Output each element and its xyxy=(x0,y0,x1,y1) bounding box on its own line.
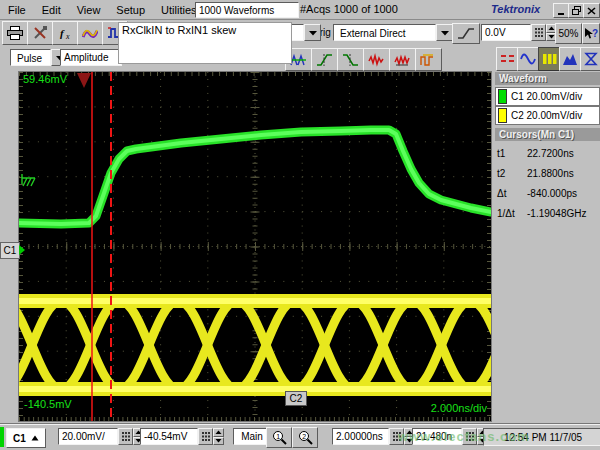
chevron-down-icon xyxy=(440,30,450,36)
waveform-count-field[interactable]: 1000 Waveforms xyxy=(195,2,299,18)
vertical-offset-control: -40.54mV xyxy=(140,428,224,445)
tektronix-logo: Tektronix xyxy=(491,3,540,15)
measurement-type-field[interactable]: Amplitude xyxy=(60,49,122,66)
waveform-panel-header: Waveform xyxy=(495,72,600,85)
pulse-timing-icon xyxy=(420,53,437,67)
sidebar-channel-c1[interactable]: C1 20.00mV/div xyxy=(495,87,600,106)
readout-dt: Δt-840.000ps xyxy=(497,188,598,204)
horizontal-scale-field[interactable]: 2.00000ns xyxy=(332,428,389,445)
measure-noise-button[interactable] xyxy=(363,48,390,71)
set-trigger-50-button[interactable]: 50% xyxy=(555,23,582,44)
histogram-icon xyxy=(562,52,578,66)
flyout-up-icon xyxy=(31,435,39,441)
rise-time-icon xyxy=(316,53,333,67)
scope-traces xyxy=(19,72,491,421)
magnifier-2-icon: 2 xyxy=(298,430,313,445)
spinner-up-icon xyxy=(548,26,555,31)
keypad-icon xyxy=(122,432,130,441)
waveform-display-button[interactable] xyxy=(77,21,103,45)
trigger-50-label: 50% xyxy=(558,28,578,39)
spinner-up-icon xyxy=(215,430,222,435)
menu-view[interactable]: View xyxy=(69,2,109,18)
c2-trace-tag[interactable]: C2 xyxy=(285,391,307,406)
keypad-icon xyxy=(202,432,210,441)
eye-diagram-view-button-active[interactable] xyxy=(538,47,560,71)
horizontal-scale-value: 2.00000ns xyxy=(336,431,383,442)
vertical-scale-keypad-button[interactable] xyxy=(118,428,133,445)
readout-inv-dt-name: 1/Δt xyxy=(497,208,527,224)
vertical-scale-field[interactable]: 20.00mV/ xyxy=(58,428,118,445)
readout-t2: t221.8800ns xyxy=(497,168,598,184)
vertical-offset-field[interactable]: -40.54mV xyxy=(140,428,198,445)
utilities-tools-button[interactable] xyxy=(27,21,53,45)
mask-test-button[interactable] xyxy=(580,47,600,71)
vertical-offset-keypad-button[interactable] xyxy=(198,428,213,445)
c1-color-swatch xyxy=(498,89,507,104)
zoom-1-button[interactable]: 1 xyxy=(266,427,292,448)
top-voltage-label: 59.46mV xyxy=(23,73,67,85)
menu-setup[interactable]: Setup xyxy=(108,2,153,18)
c1-reference-arrow-icon xyxy=(19,245,25,255)
trigger-level-value: 0.0V xyxy=(485,27,506,38)
readout-t2-name: t2 xyxy=(497,168,527,184)
jitter-waveform-icon xyxy=(394,53,411,67)
svg-text:2: 2 xyxy=(302,433,306,440)
red-dashes-icon xyxy=(500,52,515,66)
channel-selector-button[interactable]: C1 xyxy=(6,428,46,448)
keypad-icon xyxy=(535,28,543,37)
vertical-offset-value: -40.54mV xyxy=(144,431,187,442)
trigger-source-dropdown[interactable]: External Direct xyxy=(333,24,453,41)
readout-t1: t122.7200ns xyxy=(497,148,598,164)
acquisition-mode-dropdown-arrow[interactable] xyxy=(304,24,321,41)
printer-icon xyxy=(7,26,23,40)
trigger-slope-button[interactable] xyxy=(452,23,480,44)
svg-text:1: 1 xyxy=(276,433,280,440)
context-help-button[interactable]: ? xyxy=(582,23,600,44)
close-icon xyxy=(587,7,596,15)
trigger-source-dropdown-arrow[interactable] xyxy=(436,24,453,41)
cursors-panel-header: Cursors(Mn C1) xyxy=(495,128,600,141)
tools-icon xyxy=(33,26,48,40)
noise-waveform-icon xyxy=(368,53,385,67)
print-button[interactable] xyxy=(2,21,28,45)
sine-wave-icon xyxy=(520,52,536,66)
sidebar-channel-c2[interactable]: C2 20.00mV/div xyxy=(495,106,600,125)
help-cursor-icon: ? xyxy=(584,27,598,41)
waveform-display-area[interactable]: 59.46mV -140.5mV 2.000ns/div C2 xyxy=(18,71,492,422)
measure-jitter-button[interactable] xyxy=(389,48,416,71)
watermark-text: www.elecfans.com xyxy=(398,429,530,444)
trigger-source-value: External Direct xyxy=(337,27,408,39)
magnifier-1-icon: 1 xyxy=(272,430,287,445)
spinner-down-icon xyxy=(215,438,222,443)
c1-trace-tag[interactable]: C1 xyxy=(0,242,20,259)
measure-rise-time-button[interactable] xyxy=(311,48,338,71)
fall-time-icon xyxy=(342,53,359,67)
close-button[interactable] xyxy=(583,3,600,18)
waveform-count-value: 1000 Waveforms xyxy=(199,5,274,16)
readout-dt-value: -840.000ps xyxy=(527,188,577,204)
histogram-view-button[interactable] xyxy=(559,47,581,71)
oscilloscope-screen: FileEditViewSetupUtilitiesHelp 1000 Wave… xyxy=(0,0,600,450)
cursors-mode-button[interactable] xyxy=(496,47,518,71)
measurement-tooltip: RxClkIN to RxIN1 skew xyxy=(118,22,292,64)
math-function-button[interactable]: f x xyxy=(52,21,78,45)
menu-edit[interactable]: Edit xyxy=(34,2,69,18)
trigger-level-field[interactable]: 0.0V xyxy=(481,24,531,41)
c2-color-swatch xyxy=(498,108,507,123)
zoom-2-button[interactable]: 2 xyxy=(292,427,318,448)
measurement-category-value: Pulse xyxy=(14,52,44,64)
c2-scale-label: C2 20.00mV/div xyxy=(511,110,582,121)
menu-file[interactable]: File xyxy=(0,2,34,18)
vertical-offset-spinner[interactable] xyxy=(213,428,224,445)
trigger-level-keypad-button[interactable] xyxy=(531,24,546,41)
svg-text:f: f xyxy=(60,27,65,39)
waveform-view-button[interactable] xyxy=(517,47,539,71)
active-channel-color-stripe xyxy=(0,427,4,447)
measure-period-button[interactable] xyxy=(415,48,442,71)
timebase-view-value: Main xyxy=(241,431,263,442)
measure-fall-time-button[interactable] xyxy=(337,48,364,71)
channel-selector-label: C1 xyxy=(13,433,26,444)
fx-icon: f x xyxy=(57,26,73,41)
waveform-icon xyxy=(82,26,98,40)
readout-t1-name: t1 xyxy=(497,148,527,164)
